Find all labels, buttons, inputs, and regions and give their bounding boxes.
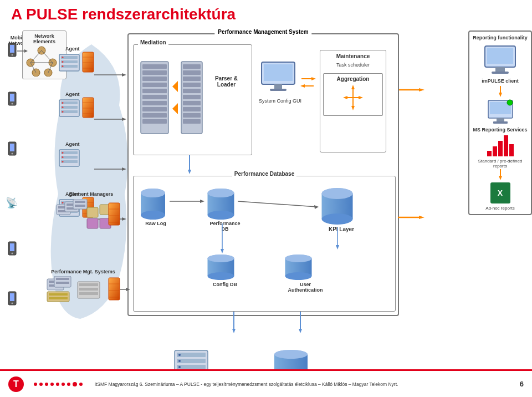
svg-point-53 xyxy=(62,152,64,154)
standard-reports-label: Standard / pre-defined reports xyxy=(473,159,528,169)
svg-rect-172 xyxy=(49,297,68,299)
svg-point-195 xyxy=(274,350,308,359)
agent-1-icon xyxy=(58,52,80,74)
svg-rect-175 xyxy=(79,288,98,291)
svg-rect-98 xyxy=(183,119,201,124)
svg-rect-84 xyxy=(142,113,167,118)
svg-line-20 xyxy=(30,50,42,63)
perf-db-box: Performance Database Raw Log xyxy=(133,176,396,312)
svg-marker-138 xyxy=(221,249,224,253)
svg-marker-68 xyxy=(122,73,126,77)
aggregation-label: Aggregation xyxy=(326,76,380,82)
svg-marker-208 xyxy=(499,176,502,180)
svg-marker-201 xyxy=(499,93,502,97)
svg-rect-177 xyxy=(109,278,120,300)
svg-rect-1 xyxy=(10,45,14,53)
svg-marker-140 xyxy=(314,205,319,209)
svg-rect-81 xyxy=(142,95,167,99)
svg-rect-92 xyxy=(183,83,201,87)
svg-rect-169 xyxy=(56,282,69,284)
svg-rect-76 xyxy=(142,64,167,69)
agent-2-icon xyxy=(58,97,80,119)
impulse-client-label: imPULSE client xyxy=(473,78,528,84)
svg-rect-77 xyxy=(142,70,167,75)
svg-line-139 xyxy=(238,201,316,207)
svg-point-188 xyxy=(178,354,181,356)
svg-rect-160 xyxy=(109,203,120,225)
arrow-impulse-down xyxy=(497,86,504,97)
svg-rect-34 xyxy=(83,52,94,72)
svg-rect-45 xyxy=(83,98,94,118)
svg-marker-142 xyxy=(336,245,339,250)
svg-point-43 xyxy=(62,106,64,108)
mobile-phone-2 xyxy=(8,91,17,106)
perf-db-internal-arrows xyxy=(134,176,396,312)
svg-rect-197 xyxy=(487,48,513,64)
svg-rect-4 xyxy=(10,94,14,101)
svg-marker-87 xyxy=(172,103,178,114)
system-config-area: System Config GUI Maintenance Task sched… xyxy=(259,44,392,155)
svg-rect-100 xyxy=(264,64,293,81)
agent-3-label: Agent xyxy=(65,141,80,147)
bidirectional-arrows xyxy=(300,72,317,94)
mobile-phone-4 xyxy=(8,241,17,256)
mediation-box: Mediation xyxy=(133,44,252,155)
svg-point-189 xyxy=(178,360,181,362)
maintenance-box: Maintenance Task scheduler Aggregation xyxy=(320,50,386,152)
svg-rect-91 xyxy=(183,77,201,81)
svg-point-33 xyxy=(62,65,64,67)
svg-rect-80 xyxy=(142,89,167,93)
svg-marker-112 xyxy=(359,96,363,99)
svg-rect-83 xyxy=(142,107,167,111)
bar-chart-icon xyxy=(473,135,528,156)
svg-marker-86 xyxy=(172,81,178,92)
svg-point-206 xyxy=(507,100,513,105)
svg-rect-168 xyxy=(56,278,69,280)
pms-outer-box: Performance Management System Mediation xyxy=(127,33,399,316)
arrow-kpi-to-reporting xyxy=(398,213,427,221)
agent-1-label: Agent xyxy=(65,46,80,52)
system-config-gui: System Config GUI xyxy=(259,61,301,104)
mediation-label: Mediation xyxy=(138,39,168,45)
svg-rect-89 xyxy=(183,64,201,69)
aggregation-box: Aggregation xyxy=(323,73,383,116)
reporting-box: Reporting functionality imPULSE client xyxy=(468,30,532,215)
svg-rect-78 xyxy=(142,77,167,81)
ms-reporting-label: MS Reporting Services xyxy=(473,127,528,133)
element-managers-label: Element Managers xyxy=(54,191,129,197)
svg-marker-111 xyxy=(343,96,347,99)
svg-point-190 xyxy=(178,366,181,368)
svg-rect-158 xyxy=(87,218,98,228)
arrows-down-to-slm-gsa xyxy=(217,312,317,334)
svg-rect-94 xyxy=(183,95,201,99)
svg-point-2 xyxy=(12,54,13,56)
svg-point-8 xyxy=(12,153,13,155)
impulse-client: imPULSE client xyxy=(473,45,528,84)
svg-rect-90 xyxy=(183,70,201,75)
svg-marker-26 xyxy=(24,49,28,53)
svg-marker-182 xyxy=(126,288,130,291)
svg-point-42 xyxy=(62,102,64,104)
main-diagram: Mobile Network 📡 Network Elements xyxy=(0,30,532,369)
network-nodes-icon xyxy=(25,46,58,77)
wireless-icon: 📡 xyxy=(6,197,18,209)
svg-rect-155 xyxy=(75,205,85,207)
svg-rect-102 xyxy=(270,89,287,91)
firewall-2-icon xyxy=(82,97,94,118)
svg-rect-184 xyxy=(177,353,206,357)
arrow-mobile-to-agent-1 xyxy=(17,48,28,54)
firewall-1-icon xyxy=(82,52,94,73)
svg-rect-199 xyxy=(492,72,509,74)
mobile-phone-1 xyxy=(8,43,17,57)
svg-rect-93 xyxy=(183,89,201,93)
svg-rect-10 xyxy=(10,243,14,251)
svg-point-11 xyxy=(12,253,13,255)
ms-reporting: MS Reporting Services xyxy=(473,99,528,133)
svg-line-21 xyxy=(42,50,53,63)
arrow-mediation-to-perfdb xyxy=(186,155,193,175)
adhoc-reports-label: Ad-hoc reports xyxy=(473,206,528,211)
svg-rect-171 xyxy=(49,293,68,296)
svg-marker-136 xyxy=(200,200,204,203)
svg-marker-144 xyxy=(232,329,236,333)
firewall-elem-mgr xyxy=(108,202,120,226)
